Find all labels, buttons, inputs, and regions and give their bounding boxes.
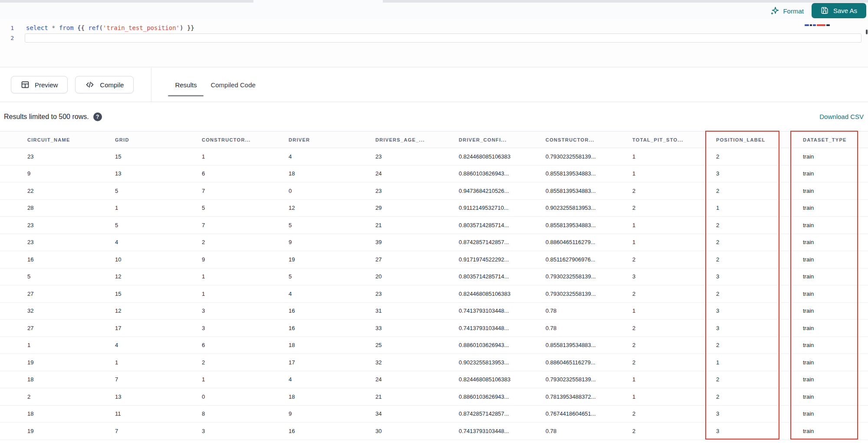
column-header-drivers-age[interactable]: DRIVERS_AGE_...	[370, 137, 453, 142]
code-line-1[interactable]: select * from {{ ref('train_test_positio…	[26, 23, 194, 33]
table-cell: 19	[22, 359, 109, 366]
column-header-constructor[interactable]: CONSTRUCTOR...	[540, 137, 627, 142]
table-cell: 2	[710, 256, 797, 263]
table-cell: 7	[109, 376, 196, 383]
table-cell: train	[797, 153, 868, 160]
table-cell: 16	[283, 428, 370, 434]
table-cell: 34	[370, 410, 453, 417]
table-cell: 0.7413793103448...	[453, 307, 540, 314]
table-cell: 29	[370, 205, 453, 211]
table-cell: 2	[627, 342, 710, 348]
table-cell: 23	[22, 239, 109, 245]
table-cell: 2	[196, 359, 283, 366]
format-button[interactable]: Format	[770, 7, 804, 16]
code-token-keyword: from	[59, 24, 74, 31]
tab-compiled-code[interactable]: Compiled Code	[204, 68, 262, 102]
table-cell: 17	[283, 359, 370, 366]
table-cell: train	[797, 410, 868, 417]
table-cell: 1	[196, 273, 283, 280]
table-cell: 2	[710, 222, 797, 228]
table-cell: 3	[710, 428, 797, 434]
editor-action-buttons: Preview Compile	[0, 68, 134, 102]
table-cell: 0.78	[540, 428, 627, 434]
table-cell: train	[797, 393, 868, 400]
column-header-total-pit-sto[interactable]: TOTAL_PIT_STO...	[627, 137, 710, 142]
table-cell: 0.8860465116279...	[540, 359, 627, 366]
table-row: 1610919270.9171974522292...0.85116279069…	[0, 251, 868, 268]
column-header-driver[interactable]: DRIVER	[283, 137, 370, 142]
table-cell: 2	[627, 291, 710, 297]
table-cell: 12	[109, 307, 196, 314]
table-cell: 0.78	[540, 307, 627, 314]
table-cell: 27	[22, 325, 109, 331]
sparkles-icon	[770, 7, 779, 16]
code-line-2-active-input[interactable]	[25, 33, 861, 43]
minimap-segment	[810, 24, 812, 26]
tab-label: Results	[175, 81, 197, 89]
column-header-circuit-name[interactable]: CIRCUIT_NAME	[22, 137, 109, 142]
code-token-keyword: select	[26, 24, 48, 31]
table-cell: 23	[22, 222, 109, 228]
download-csv-link[interactable]: Download CSV	[819, 113, 864, 120]
table-cell: 22	[22, 188, 109, 194]
table-cell: 25	[370, 342, 453, 348]
table-cell: 5	[109, 222, 196, 228]
table-cell: 3	[710, 325, 797, 331]
table-cell: 3	[710, 273, 797, 280]
table-cell: train	[797, 222, 868, 228]
table-cell: 21	[370, 393, 453, 400]
table-cell: 2	[196, 239, 283, 245]
table-row: 213018210.8860103626943...0.781395348837…	[0, 388, 868, 406]
table-row: 2717316330.7413793103448...0.7823train	[0, 320, 868, 337]
table-cell: 0.8558139534883...	[540, 222, 627, 228]
table-cell: train	[797, 342, 868, 348]
table-cell: 1	[710, 205, 797, 211]
table-cell: 0.824468085106383	[453, 153, 540, 160]
table-cell: 0.7413793103448...	[453, 325, 540, 331]
table-cell: 2	[710, 188, 797, 194]
column-header-grid[interactable]: GRID	[109, 137, 196, 142]
column-header-dataset-type[interactable]: DATASET_TYPE	[797, 137, 868, 142]
table-cell: 3	[710, 170, 797, 177]
table-cell: train	[797, 205, 868, 211]
table-cell: 18	[283, 393, 370, 400]
column-header-constructor[interactable]: CONSTRUCTOR...	[196, 137, 283, 142]
table-cell: 12	[109, 273, 196, 280]
table-cell: 1	[109, 205, 196, 211]
table-cell: 23	[22, 153, 109, 160]
column-header-driver-confi[interactable]: DRIVER_CONFI...	[453, 137, 540, 142]
column-header-position-label[interactable]: POSITION_LABEL	[710, 137, 797, 142]
table-cell: 1	[627, 170, 710, 177]
compile-button[interactable]: Compile	[75, 76, 134, 93]
code-minimap[interactable]	[805, 24, 830, 26]
table-cell: 21	[370, 222, 453, 228]
code-editor[interactable]: 1 2 select * from {{ ref('train_test_pos…	[0, 19, 868, 67]
table-cell: 18	[283, 342, 370, 348]
table-cell: 1	[196, 153, 283, 160]
table-cell: 9	[283, 239, 370, 245]
table-cell: 0.8742857142857...	[453, 410, 540, 417]
active-tab-underline	[168, 95, 204, 96]
table-cell: 13	[109, 393, 196, 400]
table-cell: 19	[283, 256, 370, 263]
table-cell: 5	[22, 273, 109, 280]
table-cell: 2	[710, 153, 797, 160]
compile-button-label: Compile	[100, 81, 124, 89]
preview-button[interactable]: Preview	[11, 76, 68, 93]
table-cell: 0.8558139534883...	[540, 170, 627, 177]
table-cell: train	[797, 307, 868, 314]
table-cell: 6	[196, 170, 283, 177]
editor-scrollbar-thumb[interactable]	[866, 30, 868, 34]
table-cell: 0	[283, 188, 370, 194]
table-cell: 27	[370, 256, 453, 263]
table-cell: 1	[22, 342, 109, 348]
save-as-button[interactable]: Save As	[812, 3, 866, 18]
save-icon	[821, 7, 829, 14]
tab-results[interactable]: Results	[168, 68, 204, 102]
table-cell: 2	[627, 428, 710, 434]
table-cell: 3	[196, 428, 283, 434]
table-cell: 1	[710, 359, 797, 366]
table-cell: 32	[370, 359, 453, 366]
table-cell: 1	[627, 222, 710, 228]
help-icon[interactable]: ?	[93, 112, 102, 121]
